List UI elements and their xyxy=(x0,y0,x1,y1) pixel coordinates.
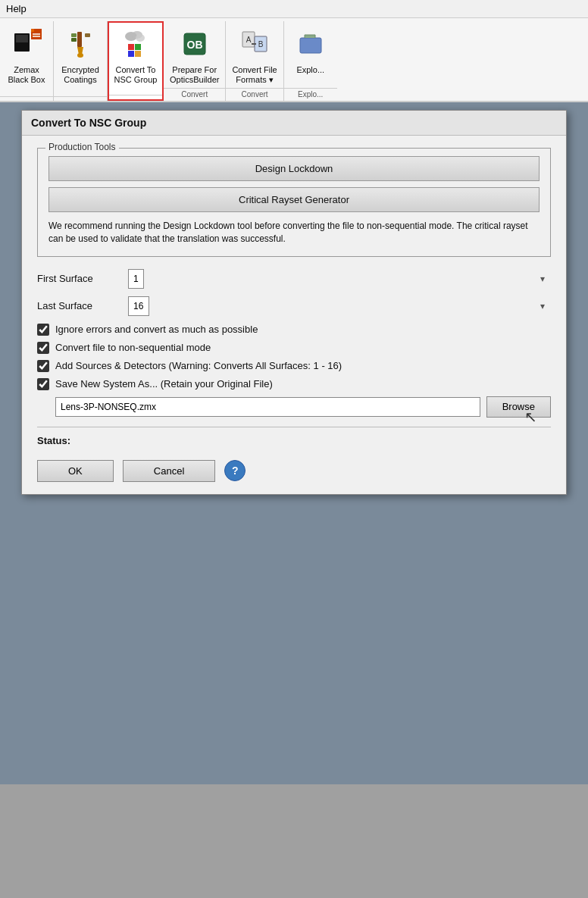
dialog-overlay: Convert To NSC Group Production Tools De… xyxy=(8,110,580,777)
convert-to-nsc-icon xyxy=(117,26,154,62)
checkbox-add-sources: Add Sources & Detectors (Warning: Conver… xyxy=(37,360,551,372)
design-lockdown-button[interactable]: Design Lockdown xyxy=(48,156,540,181)
svg-rect-16 xyxy=(135,44,141,50)
production-tools-group: Production Tools Design Lockdown Critica… xyxy=(37,148,551,257)
encrypted-coatings-icon xyxy=(62,26,99,62)
dialog-footer: OK Cancel ? xyxy=(37,454,551,485)
main-area: Convert To NSC Group Production Tools De… xyxy=(0,102,588,784)
svg-rect-25 xyxy=(300,38,321,53)
menu-bar: Help xyxy=(0,0,588,18)
critical-rayset-button[interactable]: Critical Rayset Generator xyxy=(48,187,540,212)
encrypted-coatings-label: EncryptedCoatings xyxy=(61,65,99,85)
prepare-optics-icon: OB xyxy=(177,26,213,62)
help-menu[interactable]: Help xyxy=(6,3,27,14)
explore-button[interactable]: Explo... xyxy=(284,21,337,78)
zemax-black-box-button[interactable]: ZemaxBlack Box xyxy=(0,21,53,88)
zemax-group-label xyxy=(0,96,53,101)
svg-rect-9 xyxy=(71,33,77,37)
checkbox-save-new-system: Save New System As... (Retain your Origi… xyxy=(37,378,551,390)
file-row: Browse ↖ xyxy=(55,396,551,418)
convert-file-mode-label: Convert file to non-sequential mode xyxy=(55,342,211,353)
convert-file-formats-icon: A B xyxy=(236,26,273,62)
save-new-system-label: Save New System As... (Retain your Origi… xyxy=(55,378,273,390)
ignore-errors-checkbox[interactable] xyxy=(37,324,49,336)
explore-group-label: Explo... xyxy=(284,88,337,101)
svg-rect-6 xyxy=(77,32,82,47)
svg-rect-18 xyxy=(135,51,141,57)
svg-rect-15 xyxy=(128,44,134,50)
production-tools-label: Production Tools xyxy=(45,142,119,152)
last-surface-label: Last Surface xyxy=(37,300,128,311)
dialog-body: Production Tools Design Lockdown Critica… xyxy=(22,136,566,494)
encrypted-coatings-button[interactable]: EncryptedCoatings xyxy=(54,21,107,88)
svg-rect-11 xyxy=(85,33,90,37)
checkbox-ignore-errors: Ignore errors and convert as much as pos… xyxy=(37,324,551,336)
first-surface-label: First Surface xyxy=(37,273,128,284)
last-surface-select[interactable]: 16 xyxy=(128,296,149,316)
help-button[interactable]: ? xyxy=(224,460,246,481)
add-sources-label: Add Sources & Detectors (Warning: Conver… xyxy=(55,360,342,371)
dialog-title: Convert To NSC Group xyxy=(31,117,146,129)
svg-text:OB: OB xyxy=(186,39,202,51)
ignore-errors-label: Ignore errors and convert as much as pos… xyxy=(55,324,258,335)
encrypted-group-label xyxy=(54,96,107,101)
save-new-system-checkbox[interactable] xyxy=(37,378,49,390)
svg-text:B: B xyxy=(258,40,264,48)
ribbon-group-convert-file: A B Convert FileFormats ▾ Convert xyxy=(226,21,283,101)
ribbon-group-prepare: OB Prepare ForOpticsBuilder Convert xyxy=(164,21,226,101)
last-surface-select-wrapper: 16 xyxy=(128,296,551,316)
first-surface-select-wrapper: 1 xyxy=(128,269,551,289)
explore-label: Explo... xyxy=(296,65,324,75)
convert-file-mode-checkbox[interactable] xyxy=(37,342,49,354)
prepare-group-label: Convert xyxy=(164,88,225,101)
first-surface-row: First Surface 1 xyxy=(37,269,551,289)
convert-to-group-label xyxy=(109,95,162,99)
ribbon-group-convert-to: Convert ToNSC Group xyxy=(108,21,164,101)
add-sources-checkbox[interactable] xyxy=(37,360,49,372)
ribbon-group-zemax: ZemaxBlack Box xyxy=(0,21,54,101)
zemax-black-box-label: ZemaxBlack Box xyxy=(8,65,45,85)
svg-text:A: A xyxy=(246,36,252,44)
status-label: Status: xyxy=(37,435,551,446)
prepare-optics-button[interactable]: OB Prepare ForOpticsBuilder xyxy=(164,21,225,88)
svg-rect-17 xyxy=(128,51,134,57)
svg-point-8 xyxy=(77,53,83,58)
ok-button[interactable]: OK xyxy=(37,460,114,482)
dialog-titlebar: Convert To NSC Group xyxy=(22,111,566,136)
info-text: We recommend running the Design Lockdown… xyxy=(48,220,540,246)
svg-marker-3 xyxy=(31,29,34,32)
convert-nsc-dialog: Convert To NSC Group Production Tools De… xyxy=(21,110,567,495)
convert-to-nsc-label: Convert ToNSC Group xyxy=(114,65,158,85)
prepare-optics-label: Prepare ForOpticsBuilder xyxy=(170,65,219,85)
zemax-black-box-icon xyxy=(8,26,45,62)
ribbon-group-encrypted: EncryptedCoatings xyxy=(54,21,108,101)
svg-rect-1 xyxy=(16,35,28,42)
ribbon-toolbar: ZemaxBlack Box xyxy=(0,18,588,102)
convert-file-group-label: Convert xyxy=(226,88,283,101)
svg-point-14 xyxy=(136,34,145,42)
svg-rect-10 xyxy=(71,38,77,42)
convert-file-formats-label: Convert FileFormats ▾ xyxy=(232,65,277,85)
browse-button[interactable]: Browse xyxy=(486,396,551,418)
first-surface-select[interactable]: 1 xyxy=(128,269,144,289)
divider xyxy=(37,427,551,427)
checkbox-convert-file: Convert file to non-sequential mode xyxy=(37,342,551,354)
convert-file-formats-button[interactable]: A B Convert FileFormats ▾ xyxy=(226,21,283,88)
convert-to-nsc-button[interactable]: Convert ToNSC Group xyxy=(109,23,162,86)
last-surface-row: Last Surface 16 xyxy=(37,296,551,316)
file-input[interactable] xyxy=(55,397,480,417)
cancel-button[interactable]: Cancel xyxy=(123,460,215,482)
ribbon-group-explore: Explo... Explo... xyxy=(284,21,337,101)
explore-icon xyxy=(292,26,329,62)
